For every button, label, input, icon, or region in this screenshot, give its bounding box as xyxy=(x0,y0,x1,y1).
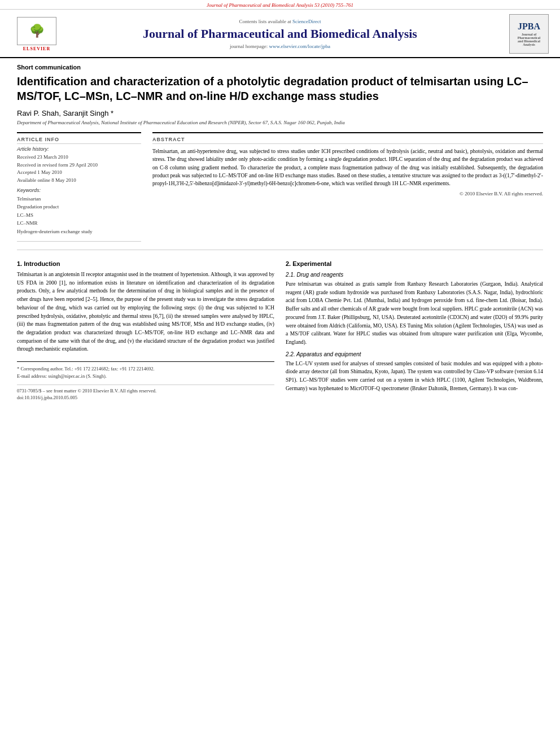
article-body: Short communication Identification and c… xyxy=(0,58,560,413)
footer-bar: 0731-7085/$ – see front matter © 2010 El… xyxy=(17,385,274,402)
article-info-abstract: ARTICLE INFO Article history: Received 2… xyxy=(17,132,543,242)
journal-citation-bar: Journal of Pharmaceutical and Biomedical… xyxy=(0,0,560,10)
footnote-corresponding: * Corresponding author. Tel.: +91 172 22… xyxy=(17,365,274,373)
journal-citation: Journal of Pharmaceutical and Biomedical… xyxy=(207,2,353,8)
drug-reagents-subheading: 2.1. Drug and reagents xyxy=(286,272,543,278)
homepage-label: journal homepage: xyxy=(230,43,268,49)
available-online-date: Available online 8 May 2010 xyxy=(17,177,141,185)
drug-reagents-text: Pure telmisartan was obtained as gratis … xyxy=(286,280,543,347)
article-info-column: ARTICLE INFO Article history: Received 2… xyxy=(17,132,141,242)
section-divider xyxy=(17,250,543,250)
abstract-label: ABSTRACT xyxy=(152,137,543,144)
elsevier-logo-area: 🌳 ELSEVIER xyxy=(11,17,62,51)
sciencedirect-link[interactable]: ScienceDirect xyxy=(292,19,321,24)
experimental-heading: 2. Experimental xyxy=(286,260,543,267)
apparatus-subheading: 2.2. Apparatus and equipment xyxy=(286,351,543,357)
history-label: Article history: xyxy=(17,146,141,152)
jpba-logo-box: JPBA Journal of Pharmaceuticaland Biomed… xyxy=(509,14,549,54)
article-title: Identification and characterization of a… xyxy=(17,74,543,103)
footnote-email: E-mail address: ssingh@niper.ac.in (S. S… xyxy=(17,373,274,380)
affiliation: Department of Pharmaceutical Analysis, N… xyxy=(17,120,543,125)
copyright: © 2010 Elsevier B.V. All rights reserved… xyxy=(152,191,543,196)
contents-line: Contents lists available at ScienceDirec… xyxy=(68,19,492,24)
keyword-2: Degradation product xyxy=(17,203,141,211)
journal-title: Journal of Pharmaceutical and Biomedical… xyxy=(68,27,492,41)
body-left-col: 1. Introduction Telmisartan is an angiot… xyxy=(17,258,274,401)
keyword-5: Hydrogen-deuterium exchange study xyxy=(17,228,141,235)
article-info-label: ARTICLE INFO xyxy=(17,137,141,144)
body-right-col: 2. Experimental 2.1. Drug and reagents P… xyxy=(286,258,543,401)
journal-title-area: Contents lists available at ScienceDirec… xyxy=(62,19,498,49)
authors: Ravi P. Shah, Saranjit Singh * xyxy=(17,109,543,117)
abstract-text: Telmisartan, an anti-hypertensive drug, … xyxy=(152,147,543,187)
homepage-line: journal homepage: www.elsevier.com/locat… xyxy=(68,43,492,49)
footnote-area: * Corresponding author. Tel.: +91 172 22… xyxy=(17,361,274,380)
journal-header: 🌳 ELSEVIER Contents lists available at S… xyxy=(0,10,560,58)
intro-heading: 1. Introduction xyxy=(17,260,274,267)
contents-label: Contents lists available at xyxy=(239,19,291,24)
received-revised-date: Received in revised form 29 April 2010 xyxy=(17,161,141,169)
keyword-1: Telmisartan xyxy=(17,195,141,203)
intro-text: Telmisartan is an angiotensin II recepto… xyxy=(17,270,274,353)
elsevier-tree-icon: 🌳 xyxy=(17,17,56,45)
elsevier-name: ELSEVIER xyxy=(23,46,50,51)
received-date: Received 23 March 2010 xyxy=(17,154,141,161)
article-info-box: ARTICLE INFO Article history: Received 2… xyxy=(17,132,141,242)
keyword-4: LC–NMR xyxy=(17,219,141,227)
footer-doi: doi:10.1016/j.jpba.2010.05.005 xyxy=(17,394,274,401)
accepted-date: Accepted 1 May 2010 xyxy=(17,169,141,177)
keyword-3: LC–MS xyxy=(17,211,141,219)
jpba-logo-area: JPBA Journal of Pharmaceuticaland Biomed… xyxy=(498,14,549,54)
homepage-link[interactable]: www.elsevier.com/locate/jpba xyxy=(269,43,330,49)
abstract-column: ABSTRACT Telmisartan, an anti-hypertensi… xyxy=(152,132,543,242)
footer-issn: 0731-7085/$ – see front matter © 2010 El… xyxy=(17,387,274,395)
elsevier-logo: 🌳 ELSEVIER xyxy=(11,17,62,51)
abstract-box: ABSTRACT Telmisartan, an anti-hypertensi… xyxy=(152,132,543,196)
keywords-label: Keywords: xyxy=(17,187,141,193)
body-two-col: 1. Introduction Telmisartan is an angiot… xyxy=(17,258,543,401)
apparatus-text: The LC–UV system used for analyses of st… xyxy=(286,360,543,393)
page: Journal of Pharmaceutical and Biomedical… xyxy=(0,0,560,747)
article-type: Short communication xyxy=(17,64,543,71)
